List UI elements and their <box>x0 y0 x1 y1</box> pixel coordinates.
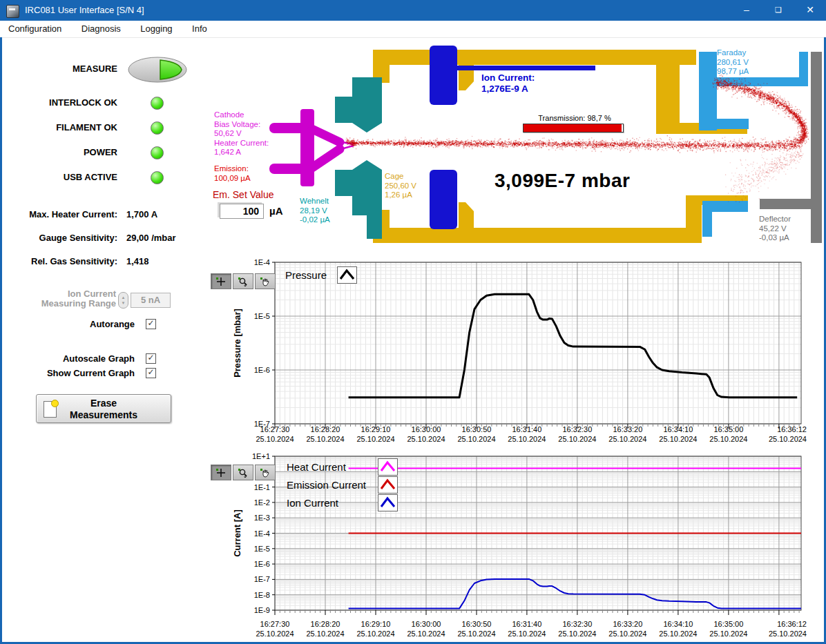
svg-text:1E-5: 1E-5 <box>254 545 270 553</box>
interlock-ok-led <box>151 97 164 110</box>
erase-measurements-button[interactable]: Erase Measurements <box>36 394 171 423</box>
svg-text:25.10.2024: 25.10.2024 <box>457 435 495 443</box>
faraday-label: Faraday280,61 V 98,77 µA <box>717 48 749 77</box>
measure-label: MEASURE <box>0 64 117 74</box>
svg-text:25.10.2024: 25.10.2024 <box>709 435 747 443</box>
zoom-tool-button[interactable] <box>233 273 253 289</box>
svg-text:16:30:00: 16:30:00 <box>412 620 441 628</box>
svg-text:16:30:50: 16:30:50 <box>462 620 492 628</box>
pressure-readout: 3,099E-7 mbar <box>494 170 630 192</box>
legend-item-emission-current[interactable]: Emission Current <box>287 479 366 491</box>
svg-text:16:31:40: 16:31:40 <box>512 425 541 433</box>
maximize-button[interactable]: ❏ <box>762 0 794 21</box>
svg-text:Pressure [mbar]: Pressure [mbar] <box>232 309 242 378</box>
measuring-range-field: 5 nA <box>131 293 171 308</box>
svg-text:25.10.2024: 25.10.2024 <box>508 630 546 638</box>
emission-setpoint-label: Em. Set Value <box>213 191 273 200</box>
svg-text:25.10.2024: 25.10.2024 <box>407 435 445 443</box>
maximize-icon: ❏ <box>775 6 782 14</box>
rel-gas-sensitivity-value: 1,418 <box>126 256 149 266</box>
filament-ok-label: FILAMENT OK <box>0 122 117 133</box>
cathode-label: CathodeBias Voltage: 50,62 VHeater Curre… <box>214 110 269 157</box>
pan-tool-button[interactable] <box>255 273 276 289</box>
check-icon: ✓ <box>147 318 154 328</box>
svg-text:16:27:30: 16:27:30 <box>260 620 290 628</box>
svg-text:1E-1: 1E-1 <box>254 483 270 491</box>
cursor-tool-button[interactable] <box>211 273 231 289</box>
emission-setpoint-input[interactable] <box>220 204 264 219</box>
svg-text:25.10.2024: 25.10.2024 <box>608 630 646 638</box>
cage-label: Cage250,60 V 1,26 µA <box>385 172 416 200</box>
svg-text:1E-7: 1E-7 <box>254 575 270 583</box>
svg-text:1E-6: 1E-6 <box>254 560 270 568</box>
legend-swatch-pressure[interactable] <box>337 266 357 284</box>
gauge-schematic: CathodeBias Voltage: 50,62 VHeater Curre… <box>209 37 826 259</box>
menu-item-info[interactable]: Info <box>184 21 215 37</box>
svg-text:Current [A]: Current [A] <box>232 509 242 557</box>
current-graph-palette <box>211 465 276 480</box>
legend-swatch-emission-current[interactable] <box>378 476 398 494</box>
transmission-bar <box>523 124 624 133</box>
svg-text:16:36:12: 16:36:12 <box>777 620 807 628</box>
svg-text:25.10.2024: 25.10.2024 <box>356 435 394 443</box>
close-button[interactable]: ✕ <box>794 0 826 21</box>
svg-text:16:32:30: 16:32:30 <box>562 620 592 628</box>
magnifier-icon <box>238 277 249 286</box>
show-current-graph-checkbox[interactable]: ✓ <box>146 368 156 378</box>
erase-document-icon <box>44 401 57 418</box>
measure-toggle[interactable] <box>127 56 188 84</box>
legend-item-ion-current[interactable]: Ion Current <box>287 497 338 509</box>
svg-text:25.10.2024: 25.10.2024 <box>659 435 697 443</box>
svg-text:16:29:10: 16:29:10 <box>361 425 391 433</box>
autoscale-graph-checkbox[interactable]: ✓ <box>146 353 156 364</box>
svg-text:16:35:00: 16:35:00 <box>713 425 743 433</box>
svg-text:25.10.2024: 25.10.2024 <box>306 435 344 443</box>
svg-text:1E-4: 1E-4 <box>254 258 270 266</box>
legend-item-heat-current[interactable]: Heat Current <box>287 461 346 473</box>
autorange-checkbox[interactable]: ✓ <box>146 319 156 329</box>
svg-text:25.10.2024: 25.10.2024 <box>457 630 495 638</box>
ion-current-label: Ion Current:1,276E-9 A <box>481 72 535 95</box>
power-led <box>151 146 164 159</box>
svg-text:16:29:10: 16:29:10 <box>361 620 391 628</box>
pan-tool-button[interactable] <box>255 465 276 480</box>
crosshair-icon <box>215 277 227 286</box>
svg-text:16:28:20: 16:28:20 <box>311 425 340 433</box>
zoom-tool-button[interactable] <box>233 465 253 480</box>
close-icon: ✕ <box>806 4 814 15</box>
svg-text:25.10.2024: 25.10.2024 <box>558 435 596 443</box>
svg-text:25.10.2024: 25.10.2024 <box>659 630 697 638</box>
svg-text:16:33:20: 16:33:20 <box>613 425 642 433</box>
max-heater-current-value: 1,700 A <box>126 209 157 219</box>
svg-text:16:34:10: 16:34:10 <box>663 620 693 628</box>
legend-swatch-heat-current[interactable] <box>378 458 398 476</box>
window-title: IRC081 User Interface [S/N 4] <box>25 5 144 15</box>
filament-ok-led <box>151 121 164 135</box>
deflector-label: Deflector45,22 V -0,03 µA <box>759 215 791 243</box>
pressure-chart[interactable]: 1E-41E-51E-61E-716:27:3025.10.202416:28:… <box>209 257 826 456</box>
power-label: POWER <box>0 147 117 157</box>
menu-item-diagnosis[interactable]: Diagnosis <box>73 21 129 37</box>
menu-item-configuration[interactable]: Configuration <box>0 21 70 37</box>
transmission-fill <box>524 124 622 132</box>
check-icon: ✓ <box>147 353 154 362</box>
menu-item-logging[interactable]: Logging <box>132 21 180 37</box>
svg-text:16:32:30: 16:32:30 <box>562 425 592 433</box>
svg-text:16:31:40: 16:31:40 <box>512 620 541 628</box>
svg-text:1E+1: 1E+1 <box>252 452 270 460</box>
minimize-button[interactable]: – <box>731 0 762 21</box>
svg-text:16:30:50: 16:30:50 <box>462 425 492 433</box>
legend-item-pressure[interactable]: Pressure <box>285 269 327 281</box>
svg-text:1E-9: 1E-9 <box>254 606 270 614</box>
svg-text:1E-8: 1E-8 <box>254 591 270 599</box>
usb-active-label: USB ACTIVE <box>0 172 117 182</box>
svg-text:25.10.2024: 25.10.2024 <box>769 630 807 638</box>
cursor-tool-button[interactable] <box>211 465 231 480</box>
svg-text:1E-3: 1E-3 <box>254 514 270 522</box>
legend-swatch-ion-current[interactable] <box>378 494 398 511</box>
svg-text:25.10.2024: 25.10.2024 <box>407 630 445 638</box>
svg-text:16:27:30: 16:27:30 <box>260 425 290 433</box>
magnifier-icon <box>238 468 249 478</box>
hand-icon <box>260 277 271 286</box>
wehnelt-electrode <box>335 77 382 239</box>
